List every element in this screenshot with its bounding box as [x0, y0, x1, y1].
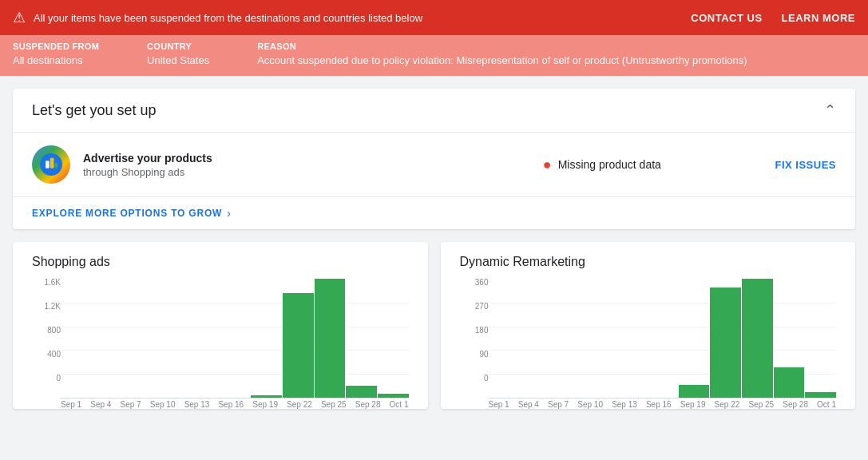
- x-label: Sep 22: [715, 400, 740, 409]
- svg-rect-3: [55, 163, 58, 169]
- bar-group: [219, 279, 250, 398]
- shopping-x-axis: Sep 1Sep 4Sep 7Sep 10Sep 13Sep 16Sep 19S…: [32, 400, 409, 409]
- bar-green: [805, 392, 836, 398]
- bar-group: [315, 279, 346, 398]
- bar-green: [774, 367, 805, 398]
- advertise-subtitle: through Shopping ads: [83, 166, 184, 178]
- reason-value: Account suspended due to policy violatio…: [257, 54, 855, 66]
- advertise-row: Advertise your products through Shopping…: [13, 133, 855, 197]
- setup-status: ● Missing product data: [429, 157, 775, 172]
- bar-group: [805, 279, 836, 398]
- charts-row: Shopping ads 04008001.2K1.6K Sep 1Sep 4S…: [13, 242, 855, 409]
- shopping-icon: [32, 145, 70, 184]
- bar-group: [520, 279, 551, 398]
- x-label: Sep 10: [577, 400, 603, 409]
- bar-group: [774, 279, 805, 398]
- shopping-bars: [61, 279, 409, 398]
- dynamic-remarketing-title: Dynamic Remarketing: [460, 255, 837, 269]
- bar-group: [188, 279, 219, 398]
- x-label: Sep 1: [61, 400, 81, 409]
- bar-group: [615, 279, 646, 398]
- dynamic-bars: [489, 279, 837, 398]
- shopping-grid: [61, 279, 409, 399]
- learn-more-link[interactable]: LEARN MORE: [782, 12, 855, 24]
- bar-group: [710, 279, 741, 398]
- contact-us-link[interactable]: CONTACT US: [691, 12, 762, 24]
- reason-col: Reason Account suspended due to policy v…: [257, 42, 855, 66]
- x-label: Oct 1: [390, 400, 409, 409]
- x-label: Sep 28: [355, 400, 381, 409]
- x-label: Sep 25: [748, 400, 774, 409]
- fix-issues-button[interactable]: FIX ISSUES: [775, 159, 836, 171]
- bar-green: [315, 279, 346, 398]
- y-label: 0: [32, 375, 61, 383]
- setup-header: Let's get you set up ⌃: [13, 89, 855, 133]
- svg-rect-2: [50, 158, 54, 169]
- x-label: Sep 19: [252, 400, 278, 409]
- x-label: Sep 28: [783, 400, 808, 409]
- dynamic-remarketing-chart: Dynamic Remarketing 090180270360 Sep 1Se…: [441, 242, 856, 409]
- dynamic-remarketing-container: 090180270360: [460, 279, 837, 399]
- x-label: Sep 4: [90, 400, 111, 409]
- x-label: Sep 19: [680, 400, 706, 409]
- suspension-bar: Suspended from All destinations Country …: [0, 35, 868, 76]
- bar-group: [742, 279, 773, 398]
- shopping-ads-container: 04008001.2K1.6K: [32, 279, 409, 399]
- dynamic-grid: [489, 279, 837, 399]
- x-label: Oct 1: [817, 400, 836, 409]
- explore-row: EXPLORE MORE OPTIONS TO GROW ›: [13, 197, 855, 229]
- missing-data-label: Missing product data: [558, 158, 661, 171]
- country-col: Country United States: [147, 42, 209, 66]
- bar-group: [489, 279, 520, 398]
- suspended-from-col: Suspended from All destinations: [13, 42, 99, 66]
- y-label: 800: [32, 327, 61, 335]
- x-label: Sep 13: [184, 400, 210, 409]
- x-label: Sep 4: [518, 400, 539, 409]
- shopping-ads-title: Shopping ads: [32, 255, 409, 269]
- shopping-x-labels: Sep 1Sep 4Sep 7Sep 10Sep 13Sep 16Sep 19S…: [61, 400, 409, 409]
- shopping-y-axis: 04008001.2K1.6K: [32, 279, 61, 399]
- suspended-from-value: All destinations: [13, 54, 99, 66]
- warning-icon: ⚠: [13, 9, 26, 26]
- y-label: 360: [460, 279, 489, 287]
- dynamic-x-labels: Sep 1Sep 4Sep 7Sep 10Sep 13Sep 16Sep 19S…: [489, 400, 837, 409]
- bar-green: [679, 385, 710, 398]
- bar-group: [251, 279, 282, 398]
- bar-group: [647, 279, 678, 398]
- y-label: 90: [460, 351, 489, 359]
- bar-group: [156, 279, 187, 398]
- svg-rect-1: [46, 161, 50, 168]
- bar-group: [283, 279, 314, 398]
- advertise-title: Advertise your products: [83, 152, 429, 165]
- country-label: Country: [147, 42, 209, 51]
- bar-group: [378, 279, 409, 398]
- y-label: 400: [32, 351, 61, 359]
- bar-green: [251, 395, 282, 399]
- x-label: Sep 22: [287, 400, 312, 409]
- suspension-banner: ⚠ All your items have been suspended fro…: [0, 0, 868, 35]
- banner-actions: CONTACT US LEARN MORE: [691, 12, 855, 24]
- shopping-ads-chart: Shopping ads 04008001.2K1.6K Sep 1Sep 4S…: [13, 242, 428, 409]
- shopping-chart-area: [61, 279, 409, 399]
- x-label: Sep 13: [612, 400, 637, 409]
- x-label: Sep 25: [321, 400, 347, 409]
- advertise-text: Advertise your products through Shopping…: [83, 152, 429, 178]
- x-label: Sep 16: [218, 400, 244, 409]
- x-label: Sep 10: [150, 400, 176, 409]
- explore-link[interactable]: EXPLORE MORE OPTIONS TO GROW: [32, 208, 222, 219]
- setup-card: Let's get you set up ⌃ Advertise your pr…: [13, 89, 855, 229]
- collapse-icon[interactable]: ⌃: [824, 101, 836, 119]
- bar-group: [346, 279, 377, 398]
- error-icon: ●: [543, 157, 552, 172]
- y-label: 1.2K: [32, 303, 61, 311]
- y-label: 180: [460, 327, 489, 335]
- bar-group: [552, 279, 583, 398]
- bar-green: [283, 293, 314, 398]
- bar-group: [124, 279, 155, 398]
- y-label: 1.6K: [32, 279, 61, 287]
- bar-green: [346, 386, 377, 398]
- bar-group: [93, 279, 124, 398]
- bar-green: [742, 279, 773, 398]
- dynamic-x-axis: Sep 1Sep 4Sep 7Sep 10Sep 13Sep 16Sep 19S…: [460, 400, 837, 409]
- dynamic-chart-area: [489, 279, 837, 399]
